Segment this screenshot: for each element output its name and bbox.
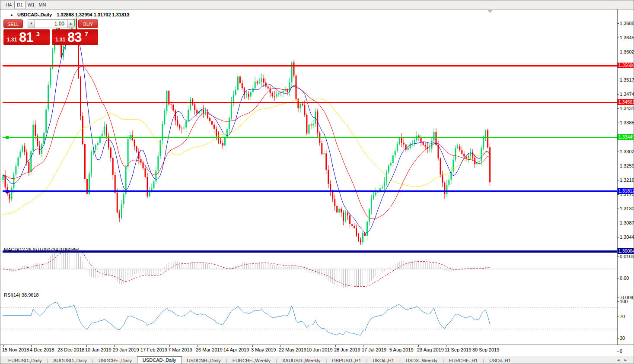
tab-scroll-left-icon[interactable]: ◄ bbox=[616, 358, 624, 362]
rsi-axis-label: 100 bbox=[620, 299, 628, 304]
chart-tab-usdx-weekly[interactable]: USDX-,Weekly bbox=[401, 357, 443, 364]
time-label: 15 Nov 2018 bbox=[2, 347, 29, 352]
rsi-pane-svg[interactable] bbox=[0, 291, 617, 345]
sell-button[interactable]: SELL bbox=[3, 19, 23, 28]
line-handle[interactable] bbox=[6, 136, 9, 139]
price-tick-label: 1.33880 bbox=[620, 120, 634, 125]
time-axis-line bbox=[0, 345, 634, 345]
timeframe-button-d1[interactable]: D1 bbox=[14, 1, 25, 9]
time-label: 28 Jun 2019 bbox=[334, 347, 360, 352]
chart-tab-audusd-daily[interactable]: AUDUSD-,Daily bbox=[48, 357, 92, 364]
sell-price-prefix: 1.31 bbox=[7, 37, 17, 43]
timeframe-button-w1[interactable]: W1 bbox=[25, 1, 37, 9]
time-tick-mark bbox=[31, 345, 32, 347]
line-handle[interactable] bbox=[6, 190, 9, 193]
chart-shift-marker[interactable] bbox=[487, 10, 493, 13]
time-tick-mark bbox=[142, 345, 142, 347]
pane-divider[interactable] bbox=[0, 245, 634, 245]
tab-scroll-arrows[interactable]: ◄► bbox=[616, 358, 631, 362]
horizontal-line-1.35606[interactable] bbox=[3, 65, 617, 66]
time-tick-mark bbox=[418, 345, 419, 347]
horizontal-line-1.33449[interactable] bbox=[3, 137, 617, 138]
time-label: 11 Sep 2019 bbox=[445, 347, 472, 352]
horizontal-line-1.30004[interactable] bbox=[3, 250, 617, 253]
sell-price-pips: 81 bbox=[19, 30, 33, 45]
time-tick-mark bbox=[114, 345, 115, 347]
time-label: 5 Aug 2019 bbox=[389, 347, 414, 352]
macd-axis-zero: 0.00 bbox=[620, 275, 629, 281]
chart-tab-eurchf-h1[interactable]: EURCHF-,H1 bbox=[444, 357, 483, 364]
time-label: 14 Apr 2019 bbox=[223, 347, 249, 352]
tabs: EURUSD-,Daily|AUDUSD-,Daily|USDCHF-,Dail… bbox=[3, 357, 516, 364]
time-label: 22 May 2019 bbox=[279, 347, 306, 352]
price-tick-label: 1.36450 bbox=[620, 35, 634, 40]
time-label: 23 Aug 2019 bbox=[417, 347, 444, 352]
price-tick-label: 1.36880 bbox=[620, 21, 634, 26]
price-tick-mark bbox=[617, 351, 619, 351]
rsi-axis-label: 0 bbox=[620, 348, 622, 354]
horizontal-line-1.34501[interactable] bbox=[3, 102, 617, 103]
price-tick-label: 1.36020 bbox=[620, 49, 634, 54]
time-tick-mark bbox=[335, 345, 336, 347]
chart-window[interactable]: ▲ USDCAD-,Daily 1.32868 1.32994 1.31702 … bbox=[0, 9, 634, 356]
chart-tab-eurchf-weekly[interactable]: EURCHF-,Weekly bbox=[227, 357, 276, 364]
buy-button[interactable]: BUY bbox=[78, 19, 98, 28]
sell-price-point: 3 bbox=[36, 31, 40, 38]
chart-tab-eurusd-daily[interactable]: EURUSD-,Daily bbox=[3, 357, 47, 364]
price-tick-label: 1.33020 bbox=[620, 149, 634, 154]
price-tick-label: 1.34310 bbox=[620, 106, 634, 111]
buy-price-box[interactable]: 1.31 83 7 bbox=[52, 29, 98, 45]
chart-tab-xauusd-weekly[interactable]: XAUUSD-,Weekly bbox=[277, 357, 325, 364]
price-tick-label: 1.35170 bbox=[620, 77, 634, 82]
chart-tab-usdcad-daily[interactable]: USDCAD-,Daily bbox=[137, 356, 182, 364]
time-label: 17 Jul 2019 bbox=[362, 347, 386, 352]
macd-axis-max: 0.010311 bbox=[620, 254, 634, 259]
pane-divider[interactable] bbox=[0, 290, 634, 290]
tab-scroll-right-icon[interactable]: ► bbox=[624, 358, 631, 362]
time-label: 23 Dec 2018 bbox=[57, 347, 84, 352]
timeframe-button-mn[interactable]: MN bbox=[37, 1, 48, 9]
price-axis-border bbox=[617, 9, 618, 345]
price-tick-label: 1.34740 bbox=[620, 92, 634, 97]
chart-ohlc-values: 1.32868 1.32994 1.31702 1.31813 bbox=[57, 12, 129, 17]
horizontal-line-1.31812[interactable] bbox=[3, 190, 617, 192]
price-line-label-1.35606: 1.35606 bbox=[618, 63, 634, 68]
volume-decrease-button[interactable]: ▼ bbox=[28, 19, 35, 28]
chart-tab-ukoil-h1[interactable]: UKOil-,H1 bbox=[367, 357, 399, 364]
chart-tab-bar: EURUSD-,Daily|AUDUSD-,Daily|USDCHF-,Dail… bbox=[0, 356, 634, 364]
sell-price-box[interactable]: 1.31 81 3 bbox=[3, 29, 50, 45]
price-line-label-1.34501: 1.34501 bbox=[618, 99, 634, 105]
timeframe-button-h4[interactable]: H4 bbox=[3, 1, 14, 9]
chart-tab-gbpusd-h1[interactable]: GBPUSD-,H1 bbox=[327, 357, 366, 364]
chart-title: ▲ USDCAD-,Daily 1.32868 1.32994 1.31702 … bbox=[10, 12, 129, 17]
time-label: 4 Dec 2018 bbox=[30, 347, 54, 352]
time-label: 10 Jan 2019 bbox=[85, 347, 112, 352]
time-label: 3 May 2019 bbox=[251, 347, 276, 352]
chart-tab-usoil-h1[interactable]: USOil-,H1 bbox=[484, 357, 516, 364]
time-label: 26 Mar 2019 bbox=[196, 347, 223, 352]
toolbar-separator bbox=[50, 1, 50, 8]
price-tick-label: 1.30440 bbox=[620, 234, 634, 240]
mt4-chart-screen: H4D1W1MN ▲ USDCAD-,Daily 1.32868 1.32994… bbox=[0, 0, 634, 364]
time-label: 7 Mar 2019 bbox=[168, 347, 192, 352]
price-tick-label: 1.32590 bbox=[620, 163, 634, 168]
time-label: 29 Jan 2019 bbox=[113, 347, 139, 352]
time-tick-mark bbox=[225, 345, 225, 347]
time-axis[interactable]: 15 Nov 20184 Dec 201823 Dec 201810 Jan 2… bbox=[0, 345, 634, 356]
time-label: 17 Feb 2019 bbox=[140, 347, 167, 352]
rsi-label: RSI(14) 38.9618 bbox=[4, 292, 39, 298]
time-tick-mark bbox=[363, 345, 363, 347]
chart-tab-usdchf-daily[interactable]: USDCHF-,Daily bbox=[93, 357, 137, 364]
volume-increase-button[interactable]: ▲ bbox=[67, 19, 74, 28]
chart-tab-usdcnh-daily[interactable]: USDCNH-,Daily bbox=[182, 357, 226, 364]
time-tick-mark bbox=[308, 345, 308, 347]
macd-label: MACD(12,26,9) 0.000734 0.001397 bbox=[4, 247, 79, 252]
chart-symbol-period: USDCAD-,Daily bbox=[17, 12, 52, 17]
time-tick-mark bbox=[86, 345, 87, 347]
timeframe-toolbar: H4D1W1MN bbox=[0, 0, 634, 9]
volume-input[interactable] bbox=[35, 19, 67, 28]
time-label: 30 Sep 2019 bbox=[472, 347, 499, 352]
time-tick-mark bbox=[197, 345, 198, 347]
one-click-panel-toggle-icon[interactable]: ▲ bbox=[10, 13, 13, 17]
time-tick-mark bbox=[59, 345, 59, 347]
